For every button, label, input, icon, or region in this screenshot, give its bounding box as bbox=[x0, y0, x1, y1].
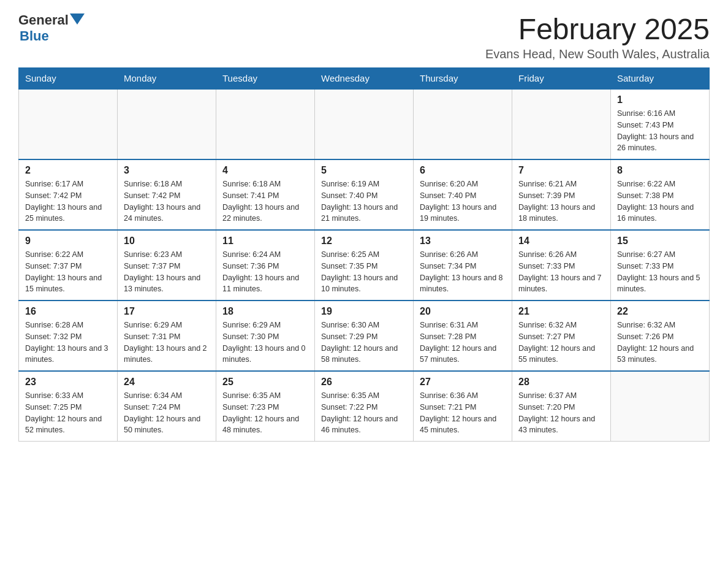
header-wednesday: Wednesday bbox=[315, 68, 414, 90]
week-row-5: 23Sunrise: 6:33 AMSunset: 7:25 PMDayligh… bbox=[19, 371, 710, 442]
day-cell-3-7: 15Sunrise: 6:27 AMSunset: 7:33 PMDayligh… bbox=[611, 230, 710, 301]
header-friday: Friday bbox=[512, 68, 611, 90]
week-row-4: 16Sunrise: 6:28 AMSunset: 7:32 PMDayligh… bbox=[19, 301, 710, 371]
day-info: Sunrise: 6:25 AMSunset: 7:35 PMDaylight:… bbox=[321, 249, 407, 295]
day-number: 24 bbox=[124, 377, 210, 388]
day-cell-5-2: 24Sunrise: 6:34 AMSunset: 7:24 PMDayligh… bbox=[118, 371, 216, 442]
day-number: 13 bbox=[420, 236, 506, 247]
day-number: 8 bbox=[617, 165, 703, 176]
day-cell-2-5: 6Sunrise: 6:20 AMSunset: 7:40 PMDaylight… bbox=[414, 159, 512, 230]
day-cell-5-3: 25Sunrise: 6:35 AMSunset: 7:23 PMDayligh… bbox=[216, 371, 315, 442]
day-cell-5-1: 23Sunrise: 6:33 AMSunset: 7:25 PMDayligh… bbox=[19, 371, 118, 442]
day-cell-2-1: 2Sunrise: 6:17 AMSunset: 7:42 PMDaylight… bbox=[19, 159, 118, 230]
week-row-3: 9Sunrise: 6:22 AMSunset: 7:37 PMDaylight… bbox=[19, 230, 710, 301]
day-number: 23 bbox=[25, 377, 111, 388]
day-info: Sunrise: 6:35 AMSunset: 7:23 PMDaylight:… bbox=[222, 390, 308, 436]
day-info: Sunrise: 6:17 AMSunset: 7:42 PMDaylight:… bbox=[25, 178, 111, 224]
day-cell-4-4: 19Sunrise: 6:30 AMSunset: 7:29 PMDayligh… bbox=[315, 301, 414, 371]
day-cell-5-7 bbox=[611, 371, 710, 442]
day-cell-5-4: 26Sunrise: 6:35 AMSunset: 7:22 PMDayligh… bbox=[315, 371, 414, 442]
day-info: Sunrise: 6:33 AMSunset: 7:25 PMDaylight:… bbox=[25, 390, 111, 436]
day-info: Sunrise: 6:27 AMSunset: 7:33 PMDaylight:… bbox=[617, 249, 703, 295]
day-number: 15 bbox=[617, 236, 703, 247]
day-number: 27 bbox=[420, 377, 506, 388]
day-info: Sunrise: 6:30 AMSunset: 7:29 PMDaylight:… bbox=[321, 320, 407, 366]
day-cell-3-1: 9Sunrise: 6:22 AMSunset: 7:37 PMDaylight… bbox=[19, 230, 118, 301]
day-number: 16 bbox=[25, 306, 111, 317]
header-sunday: Sunday bbox=[19, 68, 118, 90]
day-info: Sunrise: 6:29 AMSunset: 7:30 PMDaylight:… bbox=[222, 320, 308, 366]
day-number: 12 bbox=[321, 236, 407, 247]
day-cell-1-7: 1Sunrise: 6:16 AMSunset: 7:43 PMDaylight… bbox=[611, 89, 710, 159]
day-cell-2-2: 3Sunrise: 6:18 AMSunset: 7:42 PMDaylight… bbox=[118, 159, 216, 230]
day-number: 6 bbox=[420, 165, 506, 176]
day-cell-4-2: 17Sunrise: 6:29 AMSunset: 7:31 PMDayligh… bbox=[118, 301, 216, 371]
day-info: Sunrise: 6:28 AMSunset: 7:32 PMDaylight:… bbox=[25, 320, 111, 366]
day-number: 25 bbox=[222, 377, 308, 388]
day-info: Sunrise: 6:16 AMSunset: 7:43 PMDaylight:… bbox=[617, 108, 703, 154]
day-cell-3-6: 14Sunrise: 6:26 AMSunset: 7:33 PMDayligh… bbox=[512, 230, 611, 301]
day-info: Sunrise: 6:24 AMSunset: 7:36 PMDaylight:… bbox=[222, 249, 308, 295]
day-number: 11 bbox=[222, 236, 308, 247]
day-info: Sunrise: 6:22 AMSunset: 7:37 PMDaylight:… bbox=[25, 249, 111, 295]
day-info: Sunrise: 6:35 AMSunset: 7:22 PMDaylight:… bbox=[321, 390, 407, 436]
day-info: Sunrise: 6:19 AMSunset: 7:40 PMDaylight:… bbox=[321, 178, 407, 224]
header-tuesday: Tuesday bbox=[216, 68, 315, 90]
day-number: 22 bbox=[617, 306, 703, 317]
day-info: Sunrise: 6:32 AMSunset: 7:26 PMDaylight:… bbox=[617, 320, 703, 366]
day-info: Sunrise: 6:34 AMSunset: 7:24 PMDaylight:… bbox=[124, 390, 210, 436]
logo-general-text: General bbox=[18, 12, 69, 28]
day-cell-1-3 bbox=[216, 89, 315, 159]
day-info: Sunrise: 6:26 AMSunset: 7:33 PMDaylight:… bbox=[518, 249, 604, 295]
day-cell-1-4 bbox=[315, 89, 414, 159]
day-cell-3-3: 11Sunrise: 6:24 AMSunset: 7:36 PMDayligh… bbox=[216, 230, 315, 301]
day-cell-2-3: 4Sunrise: 6:18 AMSunset: 7:41 PMDaylight… bbox=[216, 159, 315, 230]
logo: General Blue bbox=[18, 12, 85, 44]
day-info: Sunrise: 6:21 AMSunset: 7:39 PMDaylight:… bbox=[518, 178, 604, 224]
header-saturday: Saturday bbox=[611, 68, 710, 90]
day-cell-1-1 bbox=[19, 89, 118, 159]
day-info: Sunrise: 6:32 AMSunset: 7:27 PMDaylight:… bbox=[518, 320, 604, 366]
day-info: Sunrise: 6:18 AMSunset: 7:41 PMDaylight:… bbox=[222, 178, 308, 224]
week-row-2: 2Sunrise: 6:17 AMSunset: 7:42 PMDaylight… bbox=[19, 159, 710, 230]
day-cell-2-6: 7Sunrise: 6:21 AMSunset: 7:39 PMDaylight… bbox=[512, 159, 611, 230]
day-cell-4-6: 21Sunrise: 6:32 AMSunset: 7:27 PMDayligh… bbox=[512, 301, 611, 371]
day-number: 3 bbox=[124, 165, 210, 176]
page-header: General Blue February 2025 Evans Head, N… bbox=[18, 12, 710, 61]
day-headers-row: Sunday Monday Tuesday Wednesday Thursday… bbox=[19, 68, 710, 90]
calendar-subtitle: Evans Head, New South Wales, Australia bbox=[485, 47, 710, 61]
day-number: 2 bbox=[25, 165, 111, 176]
day-cell-5-6: 28Sunrise: 6:37 AMSunset: 7:20 PMDayligh… bbox=[512, 371, 611, 442]
day-number: 10 bbox=[124, 236, 210, 247]
logo-arrow-icon bbox=[70, 13, 85, 25]
day-cell-2-7: 8Sunrise: 6:22 AMSunset: 7:38 PMDaylight… bbox=[611, 159, 710, 230]
day-cell-1-6 bbox=[512, 89, 611, 159]
day-cell-1-2 bbox=[118, 89, 216, 159]
day-cell-3-2: 10Sunrise: 6:23 AMSunset: 7:37 PMDayligh… bbox=[118, 230, 216, 301]
week-row-1: 1Sunrise: 6:16 AMSunset: 7:43 PMDaylight… bbox=[19, 89, 710, 159]
day-number: 14 bbox=[518, 236, 604, 247]
day-cell-1-5 bbox=[414, 89, 512, 159]
day-cell-5-5: 27Sunrise: 6:36 AMSunset: 7:21 PMDayligh… bbox=[414, 371, 512, 442]
calendar-table: Sunday Monday Tuesday Wednesday Thursday… bbox=[18, 67, 710, 442]
header-thursday: Thursday bbox=[414, 68, 512, 90]
day-info: Sunrise: 6:29 AMSunset: 7:31 PMDaylight:… bbox=[124, 320, 210, 366]
day-info: Sunrise: 6:36 AMSunset: 7:21 PMDaylight:… bbox=[420, 390, 506, 436]
day-cell-4-7: 22Sunrise: 6:32 AMSunset: 7:26 PMDayligh… bbox=[611, 301, 710, 371]
header-monday: Monday bbox=[118, 68, 216, 90]
day-number: 17 bbox=[124, 306, 210, 317]
day-number: 9 bbox=[25, 236, 111, 247]
day-cell-3-5: 13Sunrise: 6:26 AMSunset: 7:34 PMDayligh… bbox=[414, 230, 512, 301]
day-number: 26 bbox=[321, 377, 407, 388]
day-number: 20 bbox=[420, 306, 506, 317]
day-info: Sunrise: 6:22 AMSunset: 7:38 PMDaylight:… bbox=[617, 178, 703, 224]
day-info: Sunrise: 6:26 AMSunset: 7:34 PMDaylight:… bbox=[420, 249, 506, 295]
day-cell-4-1: 16Sunrise: 6:28 AMSunset: 7:32 PMDayligh… bbox=[19, 301, 118, 371]
day-info: Sunrise: 6:37 AMSunset: 7:20 PMDaylight:… bbox=[518, 390, 604, 436]
day-number: 7 bbox=[518, 165, 604, 176]
day-cell-3-4: 12Sunrise: 6:25 AMSunset: 7:35 PMDayligh… bbox=[315, 230, 414, 301]
day-cell-4-3: 18Sunrise: 6:29 AMSunset: 7:30 PMDayligh… bbox=[216, 301, 315, 371]
day-number: 1 bbox=[617, 94, 703, 105]
logo-blue-text: Blue bbox=[20, 28, 49, 44]
day-info: Sunrise: 6:18 AMSunset: 7:42 PMDaylight:… bbox=[124, 178, 210, 224]
